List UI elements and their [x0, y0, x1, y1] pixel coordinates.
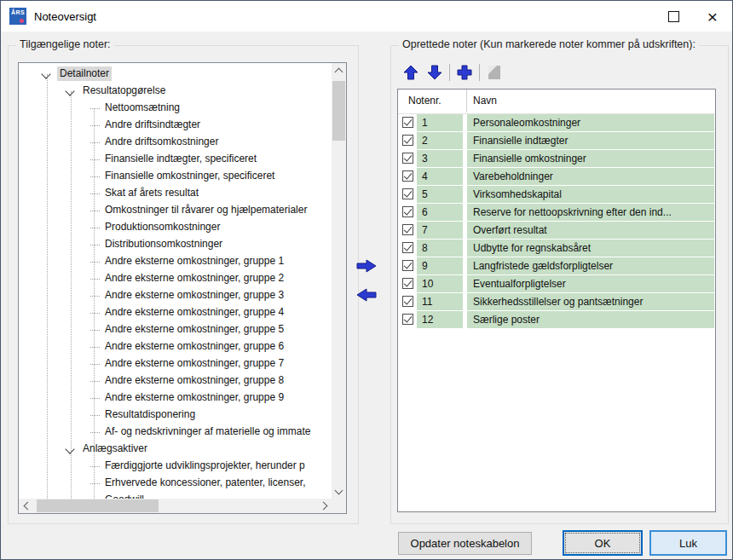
vertical-scroll-thumb[interactable]: [332, 81, 345, 141]
note-number-cell: 1: [417, 114, 463, 131]
available-notes-tree[interactable]: DetailnoterResultatopgørelseNettoomsætni…: [18, 62, 347, 514]
checkmark-icon: [404, 170, 413, 179]
tree-connector: [90, 176, 100, 177]
note-name-cell: Overført resultat: [467, 222, 714, 239]
table-row[interactable]: 12Særlige poster: [398, 311, 715, 329]
tree-item[interactable]: Andre eksterne omkostninger, gruppe 2: [19, 270, 332, 287]
table-row[interactable]: 9Langfristede gældsforpligtelser: [398, 257, 715, 275]
note-checkbox[interactable]: [402, 188, 413, 199]
scroll-up-button[interactable]: [332, 63, 346, 78]
add-note-button[interactable]: [455, 63, 474, 82]
tree-item[interactable]: Finansielle omkostninger, specificeret: [19, 168, 332, 185]
update-note-template-label: Opdater noteskabelon: [411, 537, 520, 550]
note-name-cell: Personaleomkostninger: [467, 114, 714, 131]
tree-item[interactable]: Færdiggjorte udviklingsprojekter, herund…: [19, 458, 332, 475]
table-row[interactable]: 7Overført resultat: [398, 222, 715, 240]
title-bar: ÅRS Noteoversigt ×: [1, 1, 732, 32]
scroll-down-button[interactable]: [332, 484, 346, 499]
table-row[interactable]: 6Reserve for nettoopskrivning efter den …: [398, 204, 715, 222]
table-row[interactable]: 2Finansielle indtægter: [398, 132, 715, 150]
chevron-down-icon[interactable]: [65, 86, 74, 95]
checkmark-icon: [404, 242, 413, 251]
horizontal-scroll-thumb[interactable]: [37, 499, 159, 512]
tree-item-label: Andre eksterne omkostninger, gruppe 3: [102, 288, 286, 303]
table-row[interactable]: 11Sikkerhedsstillelser og pantsætninger: [398, 293, 715, 311]
move-up-button[interactable]: [401, 63, 420, 82]
tree-item[interactable]: Detailnoter: [19, 66, 332, 83]
tree-horizontal-scrollbar[interactable]: [19, 499, 332, 513]
tree-item[interactable]: Goodwill: [19, 492, 332, 499]
checkmark-icon: [404, 260, 413, 268]
tree-item[interactable]: Produktionsomkostninger: [19, 219, 332, 236]
tree-connector: [90, 228, 100, 228]
table-row[interactable]: 10Eventualforpligtelser: [398, 275, 715, 293]
tree-item[interactable]: Andre driftsindtægter: [19, 117, 332, 134]
tree-item[interactable]: Andre eksterne omkostninger, gruppe 4: [19, 304, 332, 321]
tree-item[interactable]: Andre eksterne omkostninger, gruppe 7: [19, 355, 332, 372]
scroll-right-button[interactable]: [317, 499, 332, 513]
edit-note-button[interactable]: [485, 63, 504, 82]
tree-item[interactable]: Andre eksterne omkostninger, gruppe 8: [19, 372, 332, 390]
chevron-down-icon[interactable]: [41, 69, 50, 78]
table-row[interactable]: 8Udbytte for regnskabsåret: [398, 240, 715, 257]
update-note-template-button[interactable]: Opdater noteskabelon: [398, 532, 532, 555]
tree-item-label: Finansielle indtægter, specificeret: [102, 152, 259, 166]
tree-item[interactable]: Andre driftsomkostninger: [19, 134, 332, 151]
note-checkbox[interactable]: [402, 117, 413, 128]
table-row[interactable]: 1Personaleomkostninger: [398, 114, 715, 132]
note-checkbox[interactable]: [402, 278, 413, 289]
tree-item[interactable]: Skat af årets resultat: [19, 185, 332, 202]
tree-item[interactable]: Andre eksterne omkostninger, gruppe 9: [19, 390, 332, 407]
tree-item[interactable]: Andre eksterne omkostninger, gruppe 1: [19, 253, 332, 270]
tree-item[interactable]: Andre eksterne omkostninger, gruppe 3: [19, 287, 332, 304]
tree-item[interactable]: Erhvervede koncessioner, patenter, licen…: [19, 475, 332, 492]
tree-item[interactable]: Nettoomsætning: [19, 100, 332, 117]
maximize-button[interactable]: [654, 1, 693, 32]
created-notes-table[interactable]: Notenr. Navn 1Personaleomkostninger2Fina…: [397, 89, 716, 512]
note-checkbox[interactable]: [402, 135, 413, 146]
move-right-button[interactable]: [355, 258, 378, 274]
chevron-down-icon[interactable]: [65, 444, 74, 453]
note-checkbox[interactable]: [402, 260, 413, 271]
table-row[interactable]: 4Varebeholdninger: [398, 168, 715, 186]
chevron-up-icon: [335, 67, 343, 76]
note-number-cell: 3: [417, 150, 463, 167]
tree-item[interactable]: Af- og nedskrivninger af materielle og i…: [19, 424, 332, 441]
tree-connector: [90, 125, 100, 126]
note-checkbox[interactable]: [402, 206, 413, 217]
tree-connector: [90, 313, 100, 314]
table-row[interactable]: 5Virksomhedskapital: [398, 186, 715, 204]
tree-item[interactable]: Andre eksterne omkostninger, gruppe 6: [19, 338, 332, 355]
checkmark-icon: [404, 117, 413, 125]
tree-item[interactable]: Finansielle indtægter, specificeret: [19, 151, 332, 168]
ok-button[interactable]: OK: [563, 530, 643, 556]
scroll-left-button[interactable]: [19, 499, 33, 513]
note-checkbox[interactable]: [402, 170, 413, 182]
tree-item[interactable]: Andre eksterne omkostninger, gruppe 5: [19, 321, 332, 338]
tree-item-label: Detailnoter: [57, 66, 112, 81]
note-name-cell: Udbytte for regnskabsåret: [467, 240, 714, 257]
close-button[interactable]: ×: [693, 1, 732, 32]
tree-item-label: Distributionsomkostninger: [102, 237, 225, 251]
arrow-left-icon: [355, 287, 378, 303]
tree-item-label: Anlægsaktiver: [80, 442, 150, 456]
tree-item[interactable]: Omkostninger til råvarer og hjælpemateri…: [19, 202, 332, 219]
note-checkbox[interactable]: [402, 153, 413, 164]
maximize-icon: [668, 11, 679, 22]
tree-item[interactable]: Resultatdisponering: [19, 407, 332, 424]
note-checkbox[interactable]: [402, 224, 413, 235]
luk-button[interactable]: Luk: [649, 530, 727, 556]
tree-item[interactable]: Resultatopgørelse: [19, 83, 332, 100]
tree-vertical-scrollbar[interactable]: [332, 63, 346, 499]
tree-item[interactable]: Anlægsaktiver: [19, 441, 332, 458]
tree-connector: [90, 483, 100, 484]
note-checkbox[interactable]: [402, 314, 413, 325]
note-checkbox[interactable]: [402, 242, 413, 253]
table-row[interactable]: 3Finansielle omkostninger: [398, 150, 715, 168]
move-down-button[interactable]: [425, 63, 444, 82]
move-left-button[interactable]: [355, 287, 378, 303]
tree-item[interactable]: Distributionsomkostninger: [19, 236, 332, 253]
checkmark-icon: [404, 206, 413, 215]
luk-label: Luk: [679, 537, 697, 550]
note-checkbox[interactable]: [402, 296, 413, 307]
